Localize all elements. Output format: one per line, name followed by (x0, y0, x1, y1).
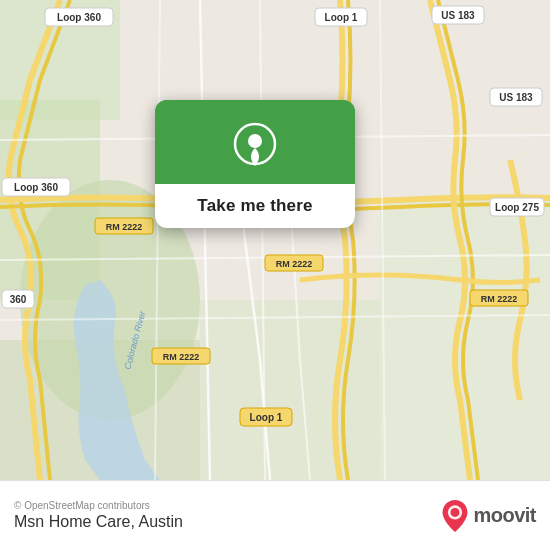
svg-text:Loop 275: Loop 275 (495, 202, 539, 213)
svg-text:360: 360 (10, 294, 27, 305)
svg-text:US 183: US 183 (499, 92, 533, 103)
location-pin-icon (233, 122, 277, 166)
attribution-text: © OpenStreetMap contributors (14, 500, 183, 511)
svg-text:RM 2222: RM 2222 (481, 294, 518, 304)
svg-text:RM 2222: RM 2222 (163, 352, 200, 362)
bottom-left: © OpenStreetMap contributors Msn Home Ca… (14, 500, 183, 531)
svg-text:Loop 1: Loop 1 (325, 12, 358, 23)
moovit-pin-icon (441, 500, 469, 532)
svg-point-32 (248, 134, 262, 148)
tooltip-card[interactable]: Take me there (155, 100, 355, 228)
map-background: Loop 360 Loop 1 US 183 US 183 Loop 360 R… (0, 0, 550, 480)
location-name: Msn Home Care, Austin (14, 513, 183, 531)
loop-360-top-label: Loop 360 (57, 12, 101, 23)
map-container: Loop 360 Loop 1 US 183 US 183 Loop 360 R… (0, 0, 550, 480)
tooltip-icon-area (155, 100, 355, 184)
moovit-logo[interactable]: moovit (441, 500, 536, 532)
bottom-bar: © OpenStreetMap contributors Msn Home Ca… (0, 480, 550, 550)
moovit-brand-text: moovit (473, 504, 536, 527)
svg-text:RM 2222: RM 2222 (276, 259, 313, 269)
svg-point-34 (451, 508, 460, 517)
svg-text:Loop 360: Loop 360 (14, 182, 58, 193)
svg-text:Loop 1: Loop 1 (250, 412, 283, 423)
svg-text:US 183: US 183 (441, 10, 475, 21)
take-me-there-button[interactable]: Take me there (155, 184, 355, 228)
svg-text:RM 2222: RM 2222 (106, 222, 143, 232)
